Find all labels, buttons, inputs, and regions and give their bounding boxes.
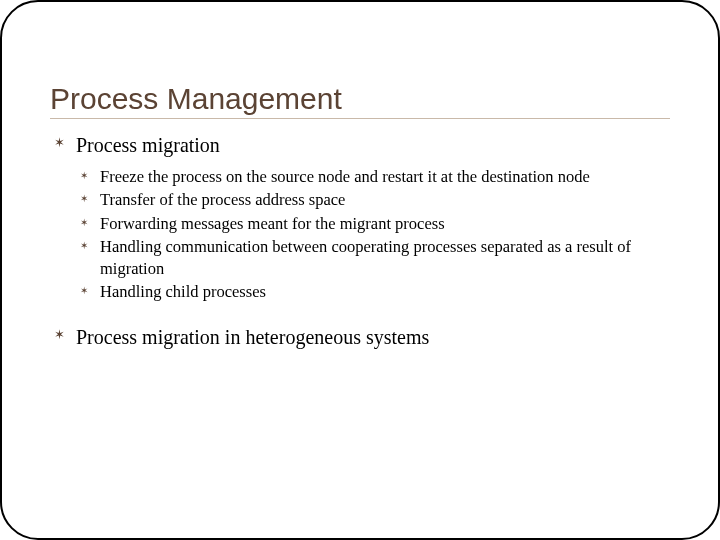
list-item: Process migration in heterogeneous syste… — [50, 325, 670, 350]
slide-title: Process Management — [50, 82, 670, 116]
sub-list: Freeze the process on the source node an… — [76, 166, 670, 303]
list-item: Forwarding messages meant for the migran… — [76, 213, 670, 234]
sub-item-text: Forwarding messages meant for the migran… — [100, 214, 445, 233]
list-item: Handling child processes — [76, 281, 670, 302]
sub-item-text: Handling child processes — [100, 282, 266, 301]
list-item-label: Process migration — [76, 134, 220, 156]
sub-item-text: Freeze the process on the source node an… — [100, 167, 590, 186]
sub-item-text: Handling communication between cooperati… — [100, 237, 631, 277]
title-rule — [50, 118, 670, 119]
top-list: Process migration Freeze the process on … — [50, 133, 670, 350]
list-item: Process migration Freeze the process on … — [50, 133, 670, 303]
sub-item-text: Transfer of the process address space — [100, 190, 345, 209]
list-item: Freeze the process on the source node an… — [76, 166, 670, 187]
list-item: Handling communication between cooperati… — [76, 236, 670, 279]
list-item-label: Process migration in heterogeneous syste… — [76, 326, 429, 348]
slide-frame: Process Management Process migration Fre… — [0, 0, 720, 540]
list-item: Transfer of the process address space — [76, 189, 670, 210]
